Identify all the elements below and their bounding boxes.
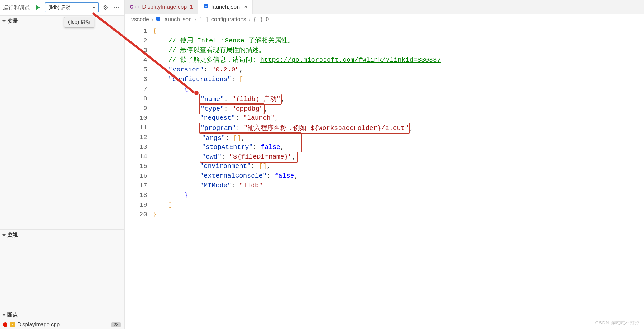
code-content[interactable]: { // 使用 IntelliSense 了解相关属性。 // 悬停以查看现有属… [153,25,644,329]
object-icon: { } [253,16,263,23]
svg-rect-2 [156,17,160,21]
debug-title: 运行和调试 [3,4,30,11]
chevron-right-icon: › [194,16,196,23]
play-icon [36,5,40,10]
variables-header[interactable]: 变量 [0,16,124,26]
breakpoints-label: 断点 [7,311,18,318]
breadcrumb-file[interactable]: launch.json [163,16,192,23]
tab-displayimage[interactable]: C++ DisplayImage.cpp 1 [125,0,198,14]
line-gutter: 1234567891011121314151617181920 [125,25,153,329]
debug-settings-button[interactable]: ⚙ [101,3,110,12]
editor-area: C++ DisplayImage.cpp 1 ∞ launch.json × .… [125,0,644,329]
watch-section: 监视 [0,229,124,309]
json-file-icon [156,16,161,23]
chevron-down-icon [2,234,6,236]
ellipsis-icon: ⋯ [113,3,121,12]
watch-label: 监视 [7,231,18,239]
editor-tabs: C++ DisplayImage.cpp 1 ∞ launch.json × [125,0,644,14]
dirty-indicator: 1 [190,4,193,10]
breadcrumb-index[interactable]: 0 [266,16,269,23]
breadcrumbs[interactable]: .vscode › launch.json › [ ] configuratio… [125,14,644,25]
json-file-icon: ∞ [203,3,209,11]
config-tooltip: (lldb) 启动 [64,17,94,28]
breakpoints-section: 断点 ✓ DisplayImage.cpp 28 [0,309,124,329]
debug-sidebar: 运行和调试 (lldb) 启动 ⚙ ⋯ 变量 [0,0,125,329]
start-debug-button[interactable] [34,3,42,12]
breakpoint-count: 28 [111,322,121,327]
variables-label: 变量 [7,17,18,25]
close-icon[interactable]: × [244,4,248,10]
chevron-right-icon: › [249,16,251,23]
breakpoints-header[interactable]: 断点 [0,309,124,320]
cpp-file-icon: C++ [130,4,140,10]
tab-label: DisplayImage.cpp [142,4,187,10]
breadcrumb-path[interactable]: configurations [211,16,246,23]
tab-launchjson[interactable]: ∞ launch.json × [198,0,253,14]
breakpoint-check-icon: ✓ [10,322,15,327]
watermark: CSDN @吨吨不打野 [595,320,640,326]
debug-config-select[interactable]: (lldb) 启动 [45,2,99,12]
breakpoint-row[interactable]: ✓ DisplayImage.cpp 28 [0,320,124,329]
breakpoint-dot-icon [3,322,7,327]
variables-section: 变量 [0,15,124,229]
svg-text:∞: ∞ [205,5,207,7]
chevron-down-icon [92,7,96,9]
breakpoint-file: DisplayImage.cpp [17,322,60,328]
debug-config-label: (lldb) 启动 [48,4,71,11]
code-editor[interactable]: 1234567891011121314151617181920 { // 使用 … [125,25,644,329]
gear-icon: ⚙ [103,4,108,11]
chevron-down-icon [2,20,6,22]
debug-header: 运行和调试 (lldb) 启动 ⚙ ⋯ [0,0,124,15]
chevron-right-icon: › [151,16,153,23]
more-actions-button[interactable]: ⋯ [113,3,121,12]
chevron-down-icon [2,314,6,316]
watch-header[interactable]: 监视 [0,230,124,241]
array-icon: [ ] [199,16,209,23]
tab-label: launch.json [211,4,240,10]
breadcrumb-folder[interactable]: .vscode [130,16,149,23]
